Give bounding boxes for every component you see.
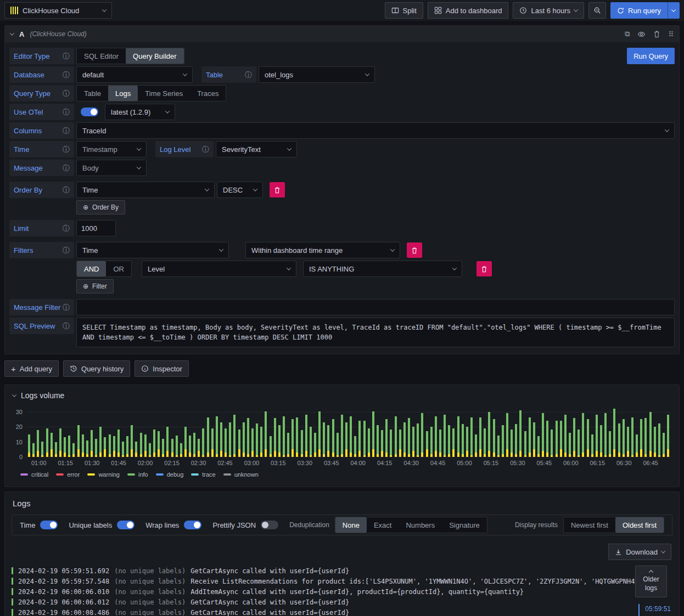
run-query-button[interactable]: Run query (610, 2, 668, 19)
database-select[interactable]: default (76, 66, 193, 83)
legend-trace[interactable]: trace (191, 471, 215, 478)
chevron-down-icon (574, 7, 578, 12)
query-history-button[interactable]: Query history (63, 360, 130, 377)
y-tick: 20 (16, 423, 23, 430)
time-toggle[interactable] (40, 521, 58, 529)
volume-bar (202, 428, 204, 457)
filter-level-field-select[interactable]: Level (142, 261, 296, 277)
filter-field-select[interactable]: Time (76, 242, 229, 258)
option-sql-editor[interactable]: SQL Editor (77, 48, 126, 64)
duplicate-query-icon[interactable]: ⧉ (625, 30, 630, 38)
time-column-select[interactable]: Timestamp (76, 141, 147, 157)
collapse-chevron-icon[interactable] (12, 392, 16, 397)
option-exact[interactable]: Exact (367, 517, 399, 533)
option-table[interactable]: Table (77, 86, 108, 101)
log-row[interactable]: 2024-02-19 06:00:08.486(no unique labels… (12, 607, 672, 616)
split-button[interactable]: Split (385, 2, 423, 19)
message-filter-input[interactable] (76, 299, 675, 315)
info-icon[interactable]: ⓘ (63, 323, 70, 330)
run-query-inline-button[interactable]: Run Query (627, 48, 675, 64)
legend-info[interactable]: info (127, 471, 148, 478)
add-to-dashboard-button[interactable]: Add to dashboard (428, 2, 509, 19)
log-timestamp: 2024-02-19 05:59:57.548 (18, 578, 109, 585)
log-row[interactable]: 2024-02-19 06:00:06.012(no unique labels… (12, 597, 672, 607)
zoom-out-button[interactable] (588, 2, 606, 19)
datasource-picker[interactable]: ClickHouse Cloud (4, 2, 112, 19)
volume-bar (72, 443, 75, 457)
explore-toolbar: ClickHouse Cloud Split Add to dashboard … (0, 0, 684, 21)
remove-order-by-button[interactable] (270, 182, 285, 197)
info-icon[interactable]: ⓘ (63, 109, 70, 116)
message-column-select[interactable]: Body (76, 160, 147, 176)
info-icon[interactable]: ⓘ (63, 71, 70, 78)
time-range-picker[interactable]: Last 6 hours (513, 2, 584, 19)
limit-input[interactable] (76, 220, 116, 236)
filter-operator-select[interactable]: Within dashboard time range (245, 242, 400, 258)
drag-handle-icon[interactable]: ⠿ (668, 30, 674, 38)
chevron-down-icon (365, 71, 369, 76)
add-order-by-button[interactable]: ⊕ Order By (76, 200, 125, 214)
add-filter-button[interactable]: ⊕ Filter (76, 279, 114, 293)
option-newest-first[interactable]: Newest first (564, 517, 615, 533)
inspector-button[interactable]: Inspector (134, 360, 188, 377)
option-and[interactable]: AND (77, 261, 106, 276)
option-signature[interactable]: Signature (442, 517, 487, 533)
prettify-json-toggle[interactable] (261, 521, 278, 529)
otel-version-select[interactable]: latest (1.2.9) (105, 104, 175, 120)
option-logs[interactable]: Logs (108, 86, 138, 101)
volume-bar (220, 422, 222, 457)
option-or[interactable]: OR (106, 261, 131, 276)
info-icon[interactable]: ⓘ (63, 90, 70, 97)
download-button[interactable]: Download (608, 544, 671, 560)
disable-query-eye-icon[interactable] (637, 30, 646, 38)
wrap-lines-toggle[interactable] (184, 521, 201, 529)
info-icon[interactable]: ⓘ (63, 146, 70, 153)
remove-condition-button[interactable] (476, 261, 492, 276)
option-traces[interactable]: Traces (190, 86, 226, 101)
option-time-series[interactable]: Time Series (138, 86, 190, 101)
legend-critical[interactable]: critical (20, 471, 48, 478)
log-row[interactable]: 2024-02-19 05:59:57.548(no unique labels… (12, 576, 672, 586)
info-icon[interactable]: ⓘ (63, 165, 70, 172)
option-none[interactable]: None (335, 517, 367, 533)
volume-bar (533, 422, 535, 457)
info-icon[interactable]: ⓘ (63, 304, 70, 311)
volume-bar (51, 433, 53, 457)
info-icon[interactable]: ⓘ (63, 225, 70, 232)
legend-warning[interactable]: warning (87, 471, 120, 478)
volume-bar (305, 415, 307, 457)
older-logs-button[interactable]: Older logs (635, 566, 667, 597)
info-icon[interactable]: ⓘ (63, 187, 70, 194)
unique-labels-toggle[interactable] (117, 521, 134, 529)
collapse-chevron-icon[interactable] (10, 31, 14, 35)
legend-debug[interactable]: debug (156, 471, 184, 478)
remove-query-trash-icon[interactable] (653, 30, 660, 38)
info-icon[interactable]: ⓘ (63, 53, 70, 60)
log-row[interactable]: 2024-02-19 05:59:51.692(no unique labels… (12, 566, 672, 576)
legend-unknown[interactable]: unknown (223, 471, 259, 478)
option-oldest-first[interactable]: Oldest first (615, 517, 664, 533)
table-select[interactable]: otel_logs (259, 66, 375, 83)
order-by-field-select[interactable]: Time (76, 182, 215, 198)
remove-filter-button[interactable] (407, 242, 422, 258)
volume-bar (122, 442, 124, 457)
option-query-builder[interactable]: Query Builder (126, 48, 183, 64)
info-icon[interactable]: ⓘ (245, 71, 252, 78)
log-row[interactable]: 2024-02-19 06:00:06.010(no unique labels… (12, 586, 672, 597)
columns-select[interactable]: TraceId (76, 122, 675, 139)
volume-bar (41, 442, 43, 457)
run-query-dropdown[interactable] (668, 2, 680, 19)
volume-bar (644, 418, 647, 457)
info-icon[interactable]: ⓘ (63, 127, 70, 134)
use-otel-toggle[interactable] (81, 108, 98, 116)
volume-bar (363, 421, 366, 457)
info-icon[interactable]: ⓘ (63, 247, 70, 254)
order-by-direction-select[interactable]: DESC (217, 182, 263, 198)
log-level-select[interactable]: SeverityText (216, 141, 297, 157)
add-query-button[interactable]: + Add query (4, 360, 59, 377)
filter-level-operator-select[interactable]: IS ANYTHING (303, 261, 462, 277)
info-icon[interactable]: ⓘ (202, 146, 209, 153)
option-numbers[interactable]: Numbers (399, 517, 442, 533)
legend-error[interactable]: error (56, 471, 80, 478)
volume-bar (332, 419, 334, 457)
